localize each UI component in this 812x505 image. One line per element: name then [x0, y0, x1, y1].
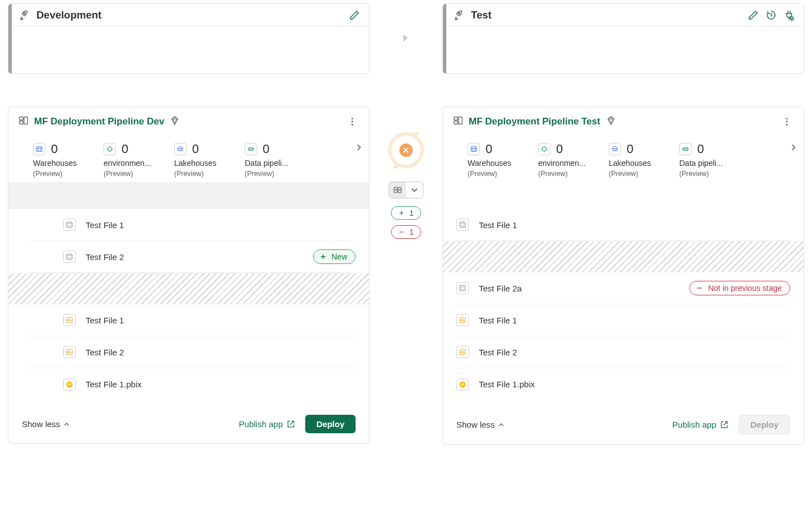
item-name: Test File 1: [86, 220, 356, 230]
counter-preview: (Preview): [33, 170, 82, 178]
compare-view-toggle[interactable]: [389, 182, 423, 198]
counter-icon: [468, 143, 480, 155]
rocket-icon: [18, 9, 30, 22]
edit-stage-button[interactable]: [746, 8, 760, 22]
item-name: Test File 1: [86, 316, 356, 325]
counter-label: Lakehouses: [609, 159, 658, 168]
item-row[interactable]: Test File 1.pbix: [456, 368, 790, 400]
item-name: Test File 2a: [479, 284, 679, 293]
stage-title: Test: [471, 9, 742, 21]
item-row[interactable]: Test File 1: [30, 304, 356, 336]
counter-preview: (Preview): [245, 170, 294, 178]
counter-preview: (Preview): [468, 170, 517, 178]
counter-value: 0: [627, 142, 633, 156]
counter-value: 0: [556, 142, 563, 156]
item-row[interactable]: Test File 2 New: [30, 241, 356, 273]
counter-tile[interactable]: 0 Warehouses (Preview): [33, 142, 82, 178]
item-name: Test File 1.pbix: [86, 379, 356, 389]
compare-dropdown-button[interactable]: [406, 182, 423, 198]
pbix-icon: [456, 378, 469, 391]
dataset-icon: [63, 251, 76, 263]
publish-app-link[interactable]: Publish app: [673, 420, 729, 429]
counter-preview: (Preview): [679, 170, 729, 178]
stage-card-development: Development: [8, 3, 370, 74]
counter-icon: [538, 143, 550, 155]
dataset-icon: [456, 219, 469, 231]
stage-card-test: Test: [442, 3, 804, 74]
show-less-button[interactable]: Show less: [22, 419, 70, 429]
workspace-icon: [18, 115, 29, 128]
edit-stage-button[interactable]: [348, 8, 361, 22]
counter-icon: [104, 143, 116, 155]
status-badge: New: [313, 249, 356, 264]
pbix-icon: [63, 378, 76, 391]
stage-title: Development: [36, 9, 343, 21]
item-row[interactable]: Test File 1.pbix: [30, 368, 356, 400]
counter-preview: (Preview): [538, 170, 587, 178]
item-name: Test File 1: [479, 316, 790, 325]
counter-preview: (Preview): [174, 170, 223, 178]
premium-icon: [170, 115, 180, 128]
counter-label: environmen...: [104, 159, 153, 168]
counter-icon: [609, 143, 621, 155]
dataset-icon: [456, 282, 469, 294]
history-button[interactable]: [764, 8, 778, 22]
item-name: Test File 1: [479, 220, 790, 230]
counter-label: Data pipeli...: [679, 159, 729, 168]
counter-value: 0: [51, 142, 58, 156]
item-name: Test File 2: [86, 348, 356, 357]
counter-preview: (Preview): [104, 170, 153, 178]
premium-icon: [606, 115, 616, 128]
more-button[interactable]: [780, 115, 794, 128]
report-icon: [456, 346, 469, 358]
workspace-icon: [453, 115, 463, 128]
report-icon: [63, 346, 76, 358]
placeholder-row: [8, 273, 369, 304]
show-less-button[interactable]: Show less: [456, 420, 505, 429]
workspace-panel-dev: MF Deployment Pipeline Dev 0 Warehouses …: [8, 106, 370, 444]
diff-removed-pill[interactable]: 1: [391, 225, 421, 239]
counter-tile[interactable]: 0 Warehouses (Preview): [468, 142, 517, 178]
item-row[interactable]: Test File 2: [456, 336, 790, 368]
deploy-button: Deploy: [739, 415, 790, 434]
counter-tile[interactable]: 0 Data pipeli... (Preview): [679, 142, 729, 178]
report-icon: [63, 314, 76, 326]
rocket-icon: [453, 9, 464, 22]
counter-tile[interactable]: 0 environmen... (Preview): [538, 142, 587, 178]
compare-side-by-side-button[interactable]: [389, 182, 406, 198]
filter-band: [8, 182, 369, 209]
counter-value: 0: [122, 142, 128, 156]
compare-status-icon[interactable]: ✕: [388, 132, 424, 168]
counters-next-button[interactable]: [789, 143, 798, 154]
counter-tile[interactable]: 0 Lakehouses (Preview): [609, 142, 658, 178]
counter-tile[interactable]: 0 Data pipeli... (Preview): [245, 142, 294, 178]
item-row[interactable]: Test File 1: [30, 209, 356, 241]
item-row[interactable]: Test File 2: [30, 336, 356, 368]
item-row[interactable]: Test File 1: [456, 304, 790, 336]
filter-band: [443, 182, 804, 209]
workspace-title[interactable]: MF Deployment Pipeline Test: [453, 115, 774, 128]
report-icon: [456, 314, 469, 326]
item-name: Test File 2: [479, 348, 790, 357]
counter-label: Warehouses: [468, 159, 517, 168]
counter-preview: (Preview): [609, 170, 658, 178]
item-row[interactable]: Test File 1: [456, 209, 790, 241]
counter-label: Warehouses: [33, 159, 82, 168]
deploy-button[interactable]: Deploy: [305, 415, 356, 433]
rules-button[interactable]: [782, 8, 796, 22]
placeholder-row: [443, 241, 804, 272]
counter-tile[interactable]: 0 environmen... (Preview): [104, 142, 153, 178]
workspace-title[interactable]: MF Deployment Pipeline Dev: [18, 115, 340, 128]
item-row[interactable]: Test File 2a Not in previous stage: [456, 272, 790, 304]
status-badge: Not in previous stage: [689, 281, 790, 295]
item-name: Test File 2: [86, 252, 303, 262]
counter-tile[interactable]: 0 Lakehouses (Preview): [174, 142, 223, 178]
publish-app-link[interactable]: Publish app: [239, 419, 295, 429]
deploy-arrow-icon[interactable]: [402, 34, 410, 43]
counter-label: Data pipeli...: [245, 159, 294, 168]
diff-added-pill[interactable]: 1: [391, 206, 421, 220]
dataset-icon: [63, 219, 76, 231]
counters-next-button[interactable]: [354, 143, 363, 154]
counter-value: 0: [697, 142, 704, 156]
more-button[interactable]: [346, 115, 359, 128]
